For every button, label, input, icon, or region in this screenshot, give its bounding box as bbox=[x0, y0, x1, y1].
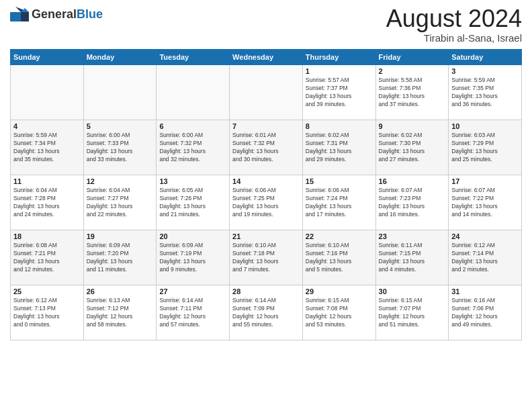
calendar: Sunday Monday Tuesday Wednesday Thursday… bbox=[10, 49, 522, 340]
week-row-4: 18Sunrise: 6:08 AM Sunset: 7:21 PM Dayli… bbox=[11, 230, 522, 285]
table-cell: 6Sunrise: 6:00 AM Sunset: 7:32 PM Daylig… bbox=[157, 120, 230, 175]
title-block: August 2024 Tirabin al-Sana, Israel bbox=[386, 7, 522, 44]
table-cell: 30Sunrise: 6:15 AM Sunset: 7:07 PM Dayli… bbox=[375, 285, 449, 340]
logo: GeneralBlue bbox=[10, 7, 103, 21]
day-number: 26 bbox=[87, 287, 154, 295]
week-row-5: 25Sunrise: 6:12 AM Sunset: 7:13 PM Dayli… bbox=[11, 285, 522, 340]
day-number: 3 bbox=[451, 67, 519, 75]
day-number: 7 bbox=[232, 122, 300, 130]
day-number: 18 bbox=[13, 232, 81, 240]
day-number: 19 bbox=[87, 232, 154, 240]
table-cell: 28Sunrise: 6:14 AM Sunset: 7:09 PM Dayli… bbox=[230, 285, 303, 340]
logo-text: GeneralBlue bbox=[32, 7, 103, 21]
day-number: 13 bbox=[159, 177, 226, 185]
table-cell bbox=[83, 65, 157, 120]
day-number: 16 bbox=[379, 177, 446, 185]
table-cell: 24Sunrise: 6:12 AM Sunset: 7:14 PM Dayli… bbox=[449, 230, 522, 285]
day-detail: Sunrise: 6:14 AM Sunset: 7:09 PM Dayligh… bbox=[232, 297, 300, 329]
day-detail: Sunrise: 6:14 AM Sunset: 7:11 PM Dayligh… bbox=[159, 297, 226, 329]
day-number: 14 bbox=[232, 177, 300, 185]
day-number: 22 bbox=[306, 232, 373, 240]
day-number: 1 bbox=[306, 67, 373, 75]
logo-blue: Blue bbox=[77, 7, 103, 21]
day-number: 10 bbox=[451, 122, 519, 130]
month-year: August 2024 bbox=[386, 7, 522, 31]
table-cell: 13Sunrise: 6:05 AM Sunset: 7:26 PM Dayli… bbox=[157, 175, 230, 230]
page: GeneralBlue August 2024 Tirabin al-Sana,… bbox=[0, 0, 532, 411]
day-number: 20 bbox=[159, 232, 226, 240]
table-cell: 29Sunrise: 6:15 AM Sunset: 7:08 PM Dayli… bbox=[302, 285, 375, 340]
day-number: 28 bbox=[232, 287, 300, 295]
table-cell: 20Sunrise: 6:09 AM Sunset: 7:19 PM Dayli… bbox=[157, 230, 230, 285]
day-detail: Sunrise: 6:04 AM Sunset: 7:28 PM Dayligh… bbox=[13, 187, 81, 219]
location: Tirabin al-Sana, Israel bbox=[386, 32, 522, 44]
day-number: 4 bbox=[13, 122, 81, 130]
table-cell: 1Sunrise: 5:57 AM Sunset: 7:37 PM Daylig… bbox=[302, 65, 375, 120]
table-cell: 15Sunrise: 6:06 AM Sunset: 7:24 PM Dayli… bbox=[302, 175, 375, 230]
table-cell bbox=[11, 65, 84, 120]
table-cell: 17Sunrise: 6:07 AM Sunset: 7:22 PM Dayli… bbox=[449, 175, 522, 230]
day-number: 23 bbox=[379, 232, 446, 240]
table-cell: 2Sunrise: 5:58 AM Sunset: 7:36 PM Daylig… bbox=[375, 65, 449, 120]
col-saturday: Saturday bbox=[449, 50, 522, 65]
day-detail: Sunrise: 6:09 AM Sunset: 7:19 PM Dayligh… bbox=[159, 242, 226, 274]
day-number: 12 bbox=[87, 177, 154, 185]
day-number: 27 bbox=[159, 287, 226, 295]
table-cell: 9Sunrise: 6:02 AM Sunset: 7:30 PM Daylig… bbox=[375, 120, 449, 175]
day-detail: Sunrise: 5:58 AM Sunset: 7:36 PM Dayligh… bbox=[379, 77, 446, 109]
table-cell: 11Sunrise: 6:04 AM Sunset: 7:28 PM Dayli… bbox=[11, 175, 84, 230]
table-cell: 18Sunrise: 6:08 AM Sunset: 7:21 PM Dayli… bbox=[11, 230, 84, 285]
day-detail: Sunrise: 6:15 AM Sunset: 7:08 PM Dayligh… bbox=[306, 297, 373, 329]
day-number: 15 bbox=[306, 177, 373, 185]
col-tuesday: Tuesday bbox=[157, 50, 230, 65]
day-detail: Sunrise: 6:10 AM Sunset: 7:18 PM Dayligh… bbox=[232, 242, 300, 274]
table-cell: 22Sunrise: 6:10 AM Sunset: 7:16 PM Dayli… bbox=[302, 230, 375, 285]
week-row-2: 4Sunrise: 5:59 AM Sunset: 7:34 PM Daylig… bbox=[11, 120, 522, 175]
day-detail: Sunrise: 5:57 AM Sunset: 7:37 PM Dayligh… bbox=[306, 77, 373, 109]
day-number: 24 bbox=[451, 232, 519, 240]
table-cell: 14Sunrise: 6:06 AM Sunset: 7:25 PM Dayli… bbox=[230, 175, 303, 230]
day-number: 29 bbox=[306, 287, 373, 295]
logo-general: General bbox=[32, 7, 77, 21]
week-row-3: 11Sunrise: 6:04 AM Sunset: 7:28 PM Dayli… bbox=[11, 175, 522, 230]
day-detail: Sunrise: 6:10 AM Sunset: 7:16 PM Dayligh… bbox=[306, 242, 373, 274]
table-cell: 26Sunrise: 6:13 AM Sunset: 7:12 PM Dayli… bbox=[83, 285, 157, 340]
day-detail: Sunrise: 6:06 AM Sunset: 7:25 PM Dayligh… bbox=[232, 187, 300, 219]
day-detail: Sunrise: 6:06 AM Sunset: 7:24 PM Dayligh… bbox=[306, 187, 373, 219]
svg-rect-0 bbox=[10, 12, 21, 21]
col-wednesday: Wednesday bbox=[230, 50, 303, 65]
day-detail: Sunrise: 6:09 AM Sunset: 7:20 PM Dayligh… bbox=[87, 242, 154, 274]
day-detail: Sunrise: 6:12 AM Sunset: 7:13 PM Dayligh… bbox=[13, 297, 81, 329]
day-detail: Sunrise: 6:02 AM Sunset: 7:31 PM Dayligh… bbox=[306, 132, 373, 164]
day-detail: Sunrise: 6:00 AM Sunset: 7:32 PM Dayligh… bbox=[159, 132, 226, 164]
day-number: 31 bbox=[451, 287, 519, 295]
day-detail: Sunrise: 6:04 AM Sunset: 7:27 PM Dayligh… bbox=[87, 187, 154, 219]
calendar-header-row: Sunday Monday Tuesday Wednesday Thursday… bbox=[11, 50, 522, 65]
table-cell: 19Sunrise: 6:09 AM Sunset: 7:20 PM Dayli… bbox=[83, 230, 157, 285]
day-detail: Sunrise: 6:15 AM Sunset: 7:07 PM Dayligh… bbox=[379, 297, 446, 329]
day-detail: Sunrise: 6:05 AM Sunset: 7:26 PM Dayligh… bbox=[159, 187, 226, 219]
day-number: 25 bbox=[13, 287, 81, 295]
day-detail: Sunrise: 6:08 AM Sunset: 7:21 PM Dayligh… bbox=[13, 242, 81, 274]
table-cell: 21Sunrise: 6:10 AM Sunset: 7:18 PM Dayli… bbox=[230, 230, 303, 285]
header: GeneralBlue August 2024 Tirabin al-Sana,… bbox=[10, 7, 522, 44]
table-cell: 5Sunrise: 6:00 AM Sunset: 7:33 PM Daylig… bbox=[83, 120, 157, 175]
table-cell bbox=[230, 65, 303, 120]
day-number: 9 bbox=[379, 122, 446, 130]
table-cell: 31Sunrise: 6:16 AM Sunset: 7:06 PM Dayli… bbox=[449, 285, 522, 340]
day-detail: Sunrise: 6:11 AM Sunset: 7:15 PM Dayligh… bbox=[379, 242, 446, 274]
col-sunday: Sunday bbox=[11, 50, 84, 65]
day-detail: Sunrise: 6:00 AM Sunset: 7:33 PM Dayligh… bbox=[87, 132, 154, 164]
day-detail: Sunrise: 5:59 AM Sunset: 7:35 PM Dayligh… bbox=[451, 77, 519, 109]
table-cell: 8Sunrise: 6:02 AM Sunset: 7:31 PM Daylig… bbox=[302, 120, 375, 175]
day-number: 6 bbox=[159, 122, 226, 130]
day-number: 30 bbox=[379, 287, 446, 295]
day-detail: Sunrise: 6:02 AM Sunset: 7:30 PM Dayligh… bbox=[379, 132, 446, 164]
day-detail: Sunrise: 5:59 AM Sunset: 7:34 PM Dayligh… bbox=[13, 132, 81, 164]
day-detail: Sunrise: 6:07 AM Sunset: 7:23 PM Dayligh… bbox=[379, 187, 446, 219]
day-detail: Sunrise: 6:07 AM Sunset: 7:22 PM Dayligh… bbox=[451, 187, 519, 219]
day-detail: Sunrise: 6:16 AM Sunset: 7:06 PM Dayligh… bbox=[451, 297, 519, 329]
table-cell: 7Sunrise: 6:01 AM Sunset: 7:32 PM Daylig… bbox=[230, 120, 303, 175]
table-cell: 23Sunrise: 6:11 AM Sunset: 7:15 PM Dayli… bbox=[375, 230, 449, 285]
table-cell: 3Sunrise: 5:59 AM Sunset: 7:35 PM Daylig… bbox=[449, 65, 522, 120]
